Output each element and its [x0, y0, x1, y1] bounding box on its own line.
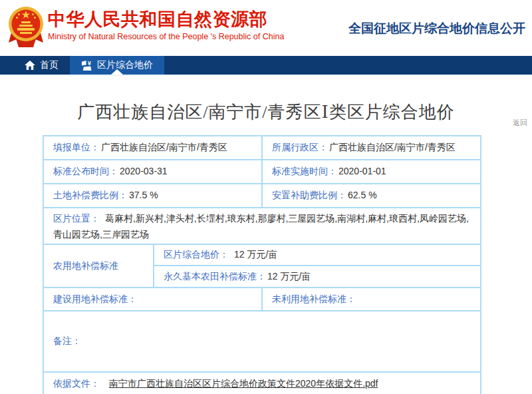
field-value: 62.5 %	[348, 190, 377, 200]
field-district-comprehensive-price: 区片综合地价：12 万元/亩	[154, 244, 481, 266]
basis-file-link[interactable]: 南宁市广西壮族自治区区片综合地价政策文件2020年依据文件.pdf	[109, 378, 378, 389]
field-value: 2020-03-31	[120, 166, 168, 176]
field-permanent-farmland-standard: 永久基本农田补偿标准：12 万元/亩	[154, 266, 481, 288]
site-title: 全国征地区片综合地价信息公开	[348, 20, 525, 37]
org-title-block: 中华人民共和国自然资源部 Ministry of Natural Resourc…	[48, 9, 284, 41]
field-label: 所属行政区：	[272, 142, 328, 152]
field-land-compensation-ratio: 土地补偿费比例：37.5 %	[43, 184, 262, 208]
field-unused-land-standard: 未利用地补偿标准：	[262, 288, 481, 311]
table-row: 农用地补偿标准 区片综合地价：12 万元/亩	[43, 244, 481, 266]
field-label: 未利用地补偿标准：	[272, 294, 356, 304]
nav-item-district-comprehensive-price[interactable]: ¥ 区片综合地价	[70, 56, 164, 75]
page-title: 广西壮族自治区/南宁市/青秀区Ⅰ类区片综合地价	[0, 100, 532, 124]
field-resettlement-subsidy-ratio: 安置补助费比例：62.5 %	[262, 184, 481, 208]
table-row: 填报单位：广西壮族自治区/南宁市/青秀区 所属行政区：广西壮族自治区/南宁市/青…	[43, 136, 481, 160]
field-label: 备注：	[53, 335, 81, 346]
field-label: 土地补偿费比例：	[53, 190, 128, 200]
field-value: 12 万元/亩	[234, 249, 277, 260]
org-title: 中华人民共和国自然资源部	[48, 9, 284, 30]
field-label: 填报单位：	[53, 142, 100, 152]
field-implement-date: 标准实施时间：2020-01-01	[262, 160, 481, 184]
field-value: 2020-01-01	[338, 166, 386, 176]
page-content: 返回 广西壮族自治区/南宁市/青秀区Ⅰ类区片综合地价 填报单位：广西壮族自治区/…	[0, 100, 532, 394]
field-label: 农用地补偿标准	[53, 260, 118, 271]
china-national-emblem-icon	[8, 5, 44, 48]
field-remark: 备注：	[43, 311, 481, 372]
main-nav: 首页 ¥ 区片综合地价	[0, 56, 532, 76]
field-label: 标准公布时间：	[53, 166, 118, 176]
nav-item-home[interactable]: 首页	[13, 56, 70, 75]
site-header: 中华人民共和国自然资源部 Ministry of Natural Resourc…	[0, 0, 532, 56]
svg-text:¥: ¥	[88, 60, 92, 67]
field-value: 葛麻村,新兴村,津头村,长堽村,琅东村,那廖村,三屋园艺场,南湖村,麻村,琅西村…	[53, 213, 469, 240]
table-row: 建设用地补偿标准： 未利用地补偿标准：	[43, 288, 481, 311]
field-value: 广西壮族自治区/南宁市/青秀区	[101, 142, 227, 152]
field-label: 区片位置：	[53, 213, 100, 224]
table-row: 备注：	[43, 311, 481, 372]
field-label: 建设用地补偿标准：	[53, 294, 137, 304]
back-link[interactable]: 返回	[513, 118, 527, 128]
field-construction-land-standard: 建设用地补偿标准：	[43, 288, 262, 311]
org-subtitle: Ministry of Natural Resources of the Peo…	[48, 32, 284, 41]
table-row: 依据文件：南宁市广西壮族自治区区片综合地价政策文件2020年依据文件.pdf	[43, 372, 481, 394]
field-farmland-compensation-standard: 农用地补偿标准	[43, 244, 154, 288]
field-publish-date: 标准公布时间：2020-03-31	[43, 160, 262, 184]
field-admin-region: 所属行政区：广西壮族自治区/南宁市/青秀区	[262, 136, 481, 160]
field-label: 永久基本农田补偿标准：	[164, 271, 266, 282]
field-value: 37.5 %	[129, 190, 158, 200]
home-icon	[25, 61, 35, 71]
table-row: 标准公布时间：2020-03-31 标准实施时间：2020-01-01	[43, 160, 481, 184]
field-label: 区片综合地价：	[164, 249, 229, 260]
nav-item-label: 区片综合地价	[97, 59, 153, 71]
field-label: 安置补助费比例：	[272, 190, 346, 200]
field-basis-file: 依据文件：南宁市广西壮族自治区区片综合地价政策文件2020年依据文件.pdf	[43, 372, 481, 394]
nav-item-label: 首页	[40, 59, 59, 71]
field-fill-unit: 填报单位：广西壮族自治区/南宁市/青秀区	[43, 136, 262, 160]
field-label: 标准实施时间：	[272, 166, 337, 176]
field-value: 12 万元/亩	[267, 271, 311, 282]
field-label: 依据文件：	[53, 378, 100, 389]
table-row: 区片位置：葛麻村,新兴村,津头村,长堽村,琅东村,那廖村,三屋园艺场,南湖村,麻…	[43, 208, 481, 244]
table-row: 土地补偿费比例：37.5 % 安置补助费比例：62.5 %	[43, 184, 481, 208]
field-parcel-location: 区片位置：葛麻村,新兴村,津头村,长堽村,琅东村,那廖村,三屋园艺场,南湖村,麻…	[43, 208, 481, 244]
land-price-info-table: 填报单位：广西壮族自治区/南宁市/青秀区 所属行政区：广西壮族自治区/南宁市/青…	[43, 135, 481, 394]
parcel-map-price-icon: ¥	[81, 60, 92, 71]
field-value: 广西壮族自治区/南宁市/青秀区	[329, 142, 456, 152]
